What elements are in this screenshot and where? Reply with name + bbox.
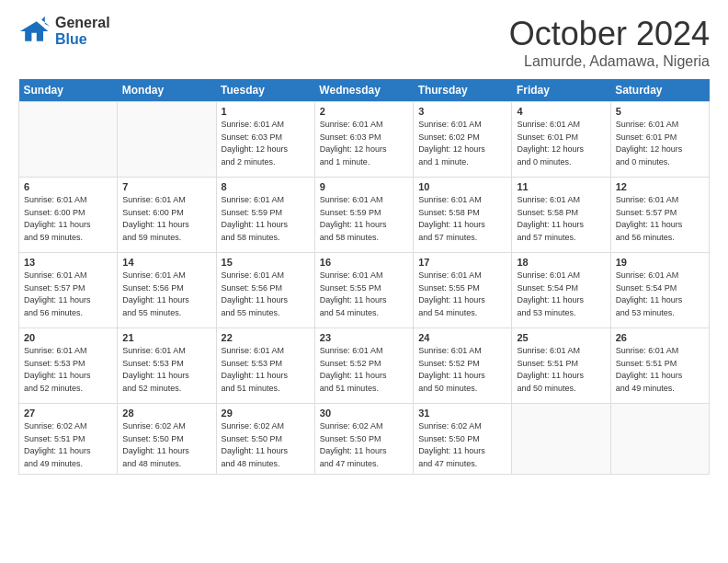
calendar-week-2: 6Sunrise: 6:01 AMSunset: 6:00 PMDaylight…: [19, 178, 710, 253]
title-block: October 2024 Lamurde, Adamawa, Nigeria: [509, 15, 710, 70]
calendar-cell: [610, 404, 709, 475]
day-number: 23: [320, 332, 408, 343]
day-number: 26: [616, 332, 704, 343]
header: General Blue October 2024 Lamurde, Adama…: [18, 15, 710, 70]
calendar-cell: 4Sunrise: 6:01 AMSunset: 6:01 PMDaylight…: [512, 102, 610, 178]
day-info: Sunrise: 6:01 AMSunset: 5:58 PMDaylight:…: [517, 194, 605, 244]
day-info: Sunrise: 6:01 AMSunset: 6:03 PMDaylight:…: [222, 119, 310, 168]
day-info: Sunrise: 6:01 AMSunset: 5:57 PMDaylight:…: [24, 270, 112, 319]
calendar-cell: 18Sunrise: 6:01 AMSunset: 5:54 PMDayligh…: [512, 253, 610, 328]
calendar-cell: 7Sunrise: 6:01 AMSunset: 6:00 PMDaylight…: [118, 178, 216, 253]
day-number: 3: [418, 106, 506, 117]
day-number: 7: [122, 181, 210, 192]
day-number: 22: [222, 332, 310, 343]
day-info: Sunrise: 6:01 AMSunset: 5:55 PMDaylight:…: [418, 270, 506, 319]
day-number: 4: [517, 106, 605, 117]
day-info: Sunrise: 6:01 AMSunset: 5:53 PMDaylight:…: [24, 345, 112, 395]
svg-marker-0: [20, 21, 49, 41]
day-number: 13: [24, 257, 112, 268]
day-info: Sunrise: 6:02 AMSunset: 5:50 PMDaylight:…: [418, 420, 506, 470]
day-info: Sunrise: 6:01 AMSunset: 6:01 PMDaylight:…: [616, 119, 704, 168]
calendar-cell: 9Sunrise: 6:01 AMSunset: 5:59 PMDaylight…: [314, 178, 413, 253]
day-number: 21: [122, 332, 210, 343]
calendar-cell: 20Sunrise: 6:01 AMSunset: 5:53 PMDayligh…: [19, 328, 118, 404]
calendar-cell: 16Sunrise: 6:01 AMSunset: 5:55 PMDayligh…: [314, 253, 413, 328]
calendar-header-friday: Friday: [512, 79, 610, 102]
calendar-cell: 14Sunrise: 6:01 AMSunset: 5:56 PMDayligh…: [118, 253, 216, 328]
calendar-week-4: 20Sunrise: 6:01 AMSunset: 5:53 PMDayligh…: [19, 328, 710, 404]
day-number: 27: [24, 408, 112, 419]
day-info: Sunrise: 6:02 AMSunset: 5:50 PMDaylight:…: [122, 420, 210, 470]
calendar-cell: 24Sunrise: 6:01 AMSunset: 5:52 PMDayligh…: [414, 328, 512, 404]
calendar-cell: 23Sunrise: 6:01 AMSunset: 5:52 PMDayligh…: [314, 328, 413, 404]
day-number: 19: [616, 257, 704, 268]
calendar-cell: 1Sunrise: 6:01 AMSunset: 6:03 PMDaylight…: [216, 102, 314, 178]
calendar-header-tuesday: Tuesday: [216, 79, 314, 102]
day-number: 1: [222, 106, 310, 117]
calendar-cell: 2Sunrise: 6:01 AMSunset: 6:03 PMDaylight…: [314, 102, 413, 178]
day-number: 25: [517, 332, 605, 343]
day-info: Sunrise: 6:01 AMSunset: 5:51 PMDaylight:…: [616, 345, 704, 395]
calendar-cell: 29Sunrise: 6:02 AMSunset: 5:50 PMDayligh…: [216, 404, 314, 475]
day-number: 9: [320, 181, 408, 192]
day-info: Sunrise: 6:01 AMSunset: 5:59 PMDaylight:…: [222, 194, 310, 244]
day-number: 17: [418, 257, 506, 268]
calendar-cell: 13Sunrise: 6:01 AMSunset: 5:57 PMDayligh…: [19, 253, 118, 328]
day-info: Sunrise: 6:01 AMSunset: 5:54 PMDaylight:…: [517, 270, 605, 319]
day-number: 12: [616, 181, 704, 192]
day-info: Sunrise: 6:01 AMSunset: 6:00 PMDaylight:…: [24, 194, 112, 244]
day-info: Sunrise: 6:01 AMSunset: 5:53 PMDaylight:…: [222, 345, 310, 395]
calendar-cell: 8Sunrise: 6:01 AMSunset: 5:59 PMDaylight…: [216, 178, 314, 253]
day-number: 24: [418, 332, 506, 343]
day-info: Sunrise: 6:02 AMSunset: 5:50 PMDaylight:…: [222, 420, 310, 470]
day-number: 2: [320, 106, 408, 117]
calendar-cell: 19Sunrise: 6:01 AMSunset: 5:54 PMDayligh…: [610, 253, 709, 328]
logo-general: General: [55, 15, 110, 31]
logo-icon: [18, 15, 51, 48]
svg-marker-1: [41, 17, 50, 27]
day-number: 18: [517, 257, 605, 268]
day-info: Sunrise: 6:01 AMSunset: 5:52 PMDaylight:…: [320, 345, 408, 395]
logo-blue: Blue: [55, 31, 110, 48]
logo-text: General Blue: [55, 15, 110, 47]
calendar-cell: 12Sunrise: 6:01 AMSunset: 5:57 PMDayligh…: [610, 178, 709, 253]
day-number: 20: [24, 332, 112, 343]
calendar-week-1: 1Sunrise: 6:01 AMSunset: 6:03 PMDaylight…: [19, 102, 710, 178]
day-info: Sunrise: 6:01 AMSunset: 5:54 PMDaylight:…: [616, 270, 704, 319]
day-info: Sunrise: 6:01 AMSunset: 6:00 PMDaylight:…: [122, 194, 210, 244]
calendar-cell: 25Sunrise: 6:01 AMSunset: 5:51 PMDayligh…: [512, 328, 610, 404]
day-info: Sunrise: 6:01 AMSunset: 5:57 PMDaylight:…: [616, 194, 704, 244]
calendar-cell: 17Sunrise: 6:01 AMSunset: 5:55 PMDayligh…: [414, 253, 512, 328]
calendar-cell: 28Sunrise: 6:02 AMSunset: 5:50 PMDayligh…: [118, 404, 216, 475]
calendar-cell: [118, 102, 216, 178]
calendar-cell: 6Sunrise: 6:01 AMSunset: 6:00 PMDaylight…: [19, 178, 118, 253]
calendar-header-monday: Monday: [118, 79, 216, 102]
day-info: Sunrise: 6:01 AMSunset: 5:55 PMDaylight:…: [320, 270, 408, 319]
day-number: 15: [222, 257, 310, 268]
calendar-cell: 27Sunrise: 6:02 AMSunset: 5:51 PMDayligh…: [19, 404, 118, 475]
calendar-week-3: 13Sunrise: 6:01 AMSunset: 5:57 PMDayligh…: [19, 253, 710, 328]
day-number: 14: [122, 257, 210, 268]
calendar-cell: 15Sunrise: 6:01 AMSunset: 5:56 PMDayligh…: [216, 253, 314, 328]
day-info: Sunrise: 6:02 AMSunset: 5:51 PMDaylight:…: [24, 420, 112, 470]
day-number: 6: [24, 181, 112, 192]
day-number: 11: [517, 181, 605, 192]
day-info: Sunrise: 6:01 AMSunset: 6:03 PMDaylight:…: [320, 119, 408, 168]
calendar-cell: 30Sunrise: 6:02 AMSunset: 5:50 PMDayligh…: [314, 404, 413, 475]
day-number: 16: [320, 257, 408, 268]
calendar-header-wednesday: Wednesday: [314, 79, 413, 102]
calendar-week-5: 27Sunrise: 6:02 AMSunset: 5:51 PMDayligh…: [19, 404, 710, 475]
day-info: Sunrise: 6:01 AMSunset: 5:58 PMDaylight:…: [418, 194, 506, 244]
day-number: 31: [418, 408, 506, 419]
month-title: October 2024: [509, 15, 710, 53]
day-info: Sunrise: 6:01 AMSunset: 5:53 PMDaylight:…: [122, 345, 210, 395]
day-info: Sunrise: 6:01 AMSunset: 5:56 PMDaylight:…: [222, 270, 310, 319]
calendar-cell: [512, 404, 610, 475]
calendar-cell: 3Sunrise: 6:01 AMSunset: 6:02 PMDaylight…: [414, 102, 512, 178]
logo: General Blue: [18, 15, 110, 48]
calendar-cell: 31Sunrise: 6:02 AMSunset: 5:50 PMDayligh…: [414, 404, 512, 475]
day-number: 29: [222, 408, 310, 419]
calendar-cell: 21Sunrise: 6:01 AMSunset: 5:53 PMDayligh…: [118, 328, 216, 404]
calendar-header-saturday: Saturday: [610, 79, 709, 102]
calendar-table: SundayMondayTuesdayWednesdayThursdayFrid…: [18, 79, 710, 475]
